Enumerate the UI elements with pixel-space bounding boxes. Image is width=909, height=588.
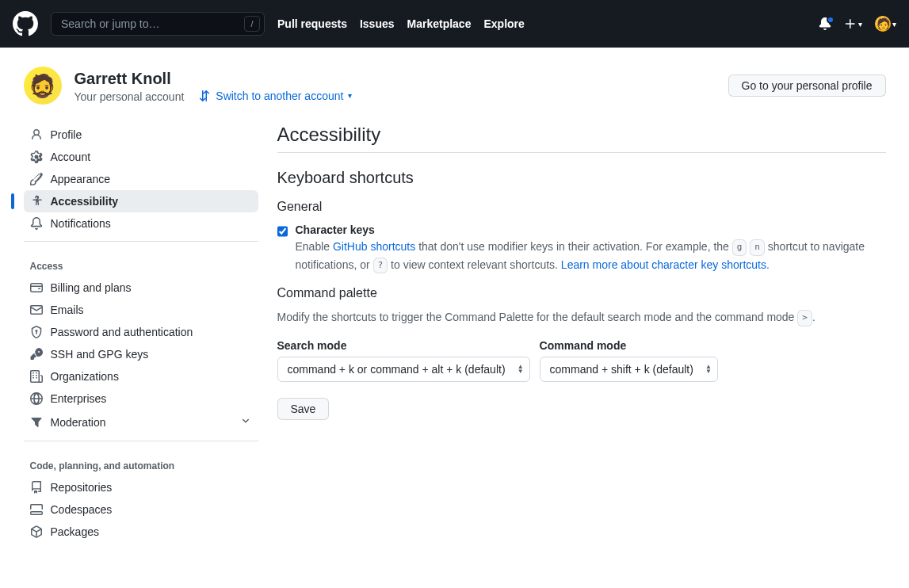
global-header: / Pull requests Issues Marketplace Explo…	[0, 0, 909, 48]
sidebar-item-label: Emails	[51, 304, 84, 316]
command-mode-label: Command mode	[540, 339, 718, 352]
page-title: Accessibility	[277, 124, 886, 153]
sidebar-item-label: SSH and GPG keys	[51, 348, 149, 361]
sidebar-item-password[interactable]: Password and authentication	[24, 321, 258, 343]
person-icon	[30, 128, 43, 141]
bell-icon	[30, 217, 43, 230]
notification-dot	[827, 16, 835, 24]
globe-icon	[30, 392, 43, 405]
primary-nav: Pull requests Issues Marketplace Explore	[277, 17, 525, 30]
accessibility-icon	[30, 195, 43, 208]
package-icon	[30, 525, 43, 538]
credit-card-icon	[30, 281, 43, 294]
repo-icon	[30, 481, 43, 494]
sidebar-item-organizations[interactable]: Organizations	[24, 365, 258, 388]
save-button[interactable]: Save	[277, 398, 330, 420]
create-new-menu[interactable]: ▾	[844, 17, 862, 30]
sidebar-item-packages[interactable]: Packages	[24, 521, 258, 543]
sidebar-item-ssh-keys[interactable]: SSH and GPG keys	[24, 343, 258, 365]
mail-icon	[30, 304, 43, 316]
caret-down-icon: ▾	[892, 20, 896, 29]
kbd-n: n	[750, 239, 765, 256]
sidebar-heading-access: Access	[24, 248, 258, 277]
sidebar-heading-code: Code, planning, and automation	[24, 448, 258, 476]
notifications-button[interactable]	[819, 17, 831, 30]
account-subtitle: Your personal account	[74, 90, 185, 103]
settings-sidebar: Profile Account Appearance Accessibility…	[24, 124, 258, 549]
avatar	[875, 16, 891, 32]
organization-icon	[30, 370, 43, 383]
sidebar-item-label: Codespaces	[51, 503, 113, 516]
sidebar-item-emails[interactable]: Emails	[24, 299, 258, 321]
nav-explore[interactable]: Explore	[483, 17, 524, 30]
sidebar-item-notifications[interactable]: Notifications	[24, 212, 258, 235]
search-mode-label: Search mode	[277, 339, 530, 352]
user-menu[interactable]: ▾	[875, 16, 896, 32]
kbd-gt: >	[797, 310, 812, 326]
sidebar-item-label: Organizations	[51, 370, 119, 383]
sidebar-item-appearance[interactable]: Appearance	[24, 168, 258, 190]
sidebar-item-label: Password and authentication	[51, 326, 193, 338]
nav-marketplace[interactable]: Marketplace	[407, 17, 472, 30]
sidebar-item-label: Repositories	[51, 481, 113, 494]
paintbrush-icon	[30, 173, 43, 185]
shield-lock-icon	[30, 326, 43, 338]
codespaces-icon	[30, 503, 43, 516]
github-logo[interactable]	[13, 11, 38, 36]
sidebar-item-account[interactable]: Account	[24, 146, 258, 168]
main-content: Accessibility Keyboard shortcuts General…	[277, 124, 886, 420]
caret-down-icon: ▾	[858, 20, 862, 29]
command-mode-select[interactable]: command + shift + k (default)	[540, 357, 718, 382]
nav-pull-requests[interactable]: Pull requests	[277, 17, 347, 30]
global-search: /	[51, 12, 265, 36]
go-to-profile-button[interactable]: Go to your personal profile	[728, 74, 886, 97]
search-input[interactable]	[51, 12, 265, 36]
arrow-switch-icon	[198, 90, 211, 102]
gear-icon	[30, 151, 43, 163]
header-actions: ▾ ▾	[819, 16, 896, 32]
switch-account-label: Switch to another account	[216, 90, 343, 102]
sidebar-item-label: Billing and plans	[51, 281, 132, 294]
sidebar-item-billing[interactable]: Billing and plans	[24, 277, 258, 299]
caret-down-icon: ▾	[348, 91, 352, 100]
sidebar-item-label: Packages	[51, 525, 99, 538]
kbd-g: g	[732, 239, 747, 256]
nav-issues[interactable]: Issues	[360, 17, 395, 30]
sidebar-item-moderation[interactable]: Moderation	[24, 410, 258, 434]
general-heading: General	[277, 200, 886, 214]
character-keys-checkbox[interactable]	[277, 226, 288, 237]
sidebar-item-label: Moderation	[51, 416, 106, 429]
sidebar-item-label: Accessibility	[51, 195, 119, 208]
divider	[24, 241, 258, 242]
character-keys-description: Enable GitHub shortcuts that don't use m…	[296, 238, 886, 273]
search-slash-hint: /	[244, 16, 260, 32]
avatar	[24, 67, 62, 105]
search-mode-select[interactable]: command + k or command + alt + k (defaul…	[277, 357, 530, 382]
sidebar-item-label: Appearance	[51, 173, 111, 185]
switch-account-link[interactable]: Switch to another account ▾	[198, 90, 352, 102]
sidebar-item-accessibility[interactable]: Accessibility	[24, 190, 258, 212]
plus-icon	[844, 17, 857, 30]
github-shortcuts-link[interactable]: GitHub shortcuts	[333, 240, 415, 253]
kbd-question: ?	[373, 258, 388, 274]
sidebar-item-label: Enterprises	[51, 392, 107, 405]
command-palette-description: Modify the shortcuts to trigger the Comm…	[277, 310, 886, 326]
learn-more-link[interactable]: Learn more about character key shortcuts…	[561, 258, 770, 271]
command-palette-heading: Command palette	[277, 286, 886, 300]
character-keys-option: Character keys Enable GitHub shortcuts t…	[277, 223, 886, 273]
sidebar-item-label: Notifications	[51, 217, 111, 230]
character-keys-label: Character keys	[296, 223, 886, 236]
account-name: Garrett Knoll	[74, 69, 716, 89]
divider	[24, 441, 258, 441]
sidebar-item-label: Profile	[51, 128, 82, 141]
sidebar-item-codespaces[interactable]: Codespaces	[24, 498, 258, 521]
sidebar-item-label: Account	[51, 151, 91, 163]
keyboard-shortcuts-heading: Keyboard shortcuts	[277, 169, 886, 187]
key-icon	[30, 348, 43, 361]
sidebar-item-profile[interactable]: Profile	[24, 124, 258, 146]
account-header: Garrett Knoll Your personal account Swit…	[24, 67, 886, 105]
chevron-down-icon	[239, 414, 252, 430]
sidebar-item-enterprises[interactable]: Enterprises	[24, 388, 258, 410]
report-icon	[30, 416, 43, 429]
sidebar-item-repositories[interactable]: Repositories	[24, 476, 258, 498]
